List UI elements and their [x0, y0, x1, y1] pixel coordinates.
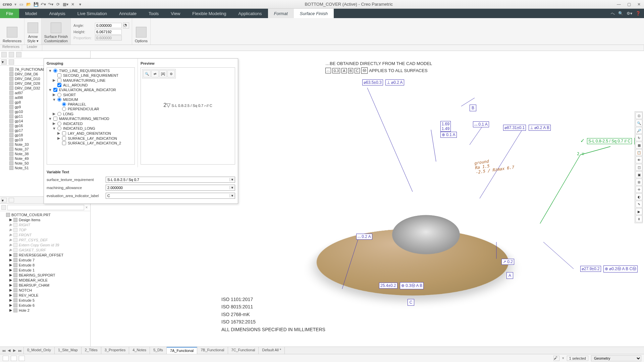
- chevron-down-icon[interactable]: ▼: [229, 194, 235, 197]
- ribbon-surface-finish-customization[interactable]: Surface Finish Customization: [42, 18, 71, 45]
- display-style-icon[interactable]: ▦: [636, 142, 642, 148]
- view-tab[interactable]: 4_Notes: [129, 347, 150, 354]
- view-tab[interactable]: 5_Dfs: [150, 347, 167, 354]
- var-eail-input[interactable]: [106, 193, 229, 198]
- dim-dia63[interactable]: ⌀63.5±0.3 ⊥ ⌀0.2 A: [362, 79, 404, 85]
- tree-node[interactable]: ▶Extrude 7: [0, 257, 90, 262]
- tree-node[interactable]: ▶GASKET_SURF: [0, 247, 90, 252]
- close-win-icon[interactable]: ✕: [69, 1, 76, 8]
- grouping-node[interactable]: ▼MANUFACTURING_METHOD: [48, 116, 134, 121]
- expand-icon[interactable]: ▾: [1, 59, 7, 65]
- datum-b[interactable]: B: [470, 105, 476, 111]
- menu-tools[interactable]: Tools: [143, 9, 165, 18]
- close-icon[interactable]: ✕: [634, 2, 644, 7]
- menu-live-simulation[interactable]: Live Simulation: [71, 9, 113, 18]
- chevron-down-icon[interactable]: ▼: [229, 186, 235, 189]
- height-input[interactable]: [95, 29, 122, 35]
- ribbon-options[interactable]: Options: [132, 18, 151, 45]
- view-tab[interactable]: 2_Titles: [82, 347, 101, 354]
- tree-node[interactable]: ▶MIDBEAR_HOLE: [0, 278, 90, 283]
- tree-view-icon[interactable]: [9, 59, 14, 65]
- tree-node[interactable]: ▶Hole 2: [0, 308, 90, 313]
- view-tab[interactable]: 3_Properties: [101, 347, 129, 354]
- menu-model[interactable]: Model: [19, 9, 43, 18]
- var-str-combo[interactable]: ▼: [106, 177, 235, 183]
- angle-input[interactable]: [95, 23, 122, 28]
- tree-node[interactable]: ▶Extrude 5: [0, 298, 90, 303]
- help-icon[interactable]: ❓: [636, 11, 641, 16]
- menu-surface-finish[interactable]: Surface Finish: [294, 9, 334, 18]
- menu-applications[interactable]: Applications: [232, 9, 268, 18]
- view-tab[interactable]: 0_Model_Only: [24, 347, 55, 354]
- model-tree[interactable]: BOTTOM_COVER.PRT▶Design Items▶RIGHT▶TOP▶…: [0, 211, 90, 347]
- regen-icon[interactable]: ⟳: [55, 1, 61, 8]
- annotation-display-icon[interactable]: ⊞: [636, 179, 642, 185]
- ribbon-references[interactable]: References: [0, 18, 24, 45]
- menu-file[interactable]: File: [0, 9, 19, 18]
- menu-view[interactable]: View: [165, 9, 186, 18]
- dim-dia279[interactable]: ⌀27.9±0.2 ⊕ ⌀0.2Ⓜ A B CⓂ: [580, 265, 638, 273]
- selection-filter-combo[interactable]: Geometry: [591, 355, 641, 361]
- grouping-node[interactable]: SECOND_LINE_REQUIREMENT: [48, 73, 134, 78]
- menu-format[interactable]: Format: [268, 9, 294, 18]
- surface-finish-active[interactable]: ✓ S-L 0.8-2.5 / Sq 0.7 // C C: [580, 137, 641, 144]
- refit-icon[interactable]: ⊡: [636, 112, 642, 119]
- grouping-node[interactable]: ▼INDICATED_LONG: [48, 126, 134, 131]
- zoom-in-icon[interactable]: 🔍: [636, 120, 642, 126]
- tab-first-icon[interactable]: ⏮: [1, 349, 6, 353]
- save-icon[interactable]: 💾: [33, 1, 39, 8]
- grouping-node[interactable]: ▼TWO_LINE_REQUIREMENTS: [48, 68, 134, 73]
- collapse-ribbon-icon[interactable]: へ: [611, 11, 615, 16]
- view-tab[interactable]: Default All *: [259, 347, 285, 354]
- ribbon-arrow-style[interactable]: Arrow Style ▾: [24, 18, 42, 45]
- datum-c[interactable]: C: [408, 299, 414, 306]
- zoom-out-icon[interactable]: 🔎: [636, 127, 642, 134]
- tree-node[interactable]: ▶TOP: [0, 227, 90, 232]
- grouping-node[interactable]: ALL_AROUND: [48, 83, 134, 87]
- tree-node[interactable]: ▶REVERSEGEAR_OFFSET: [0, 252, 90, 257]
- grouping-node[interactable]: ▶LAY_AND_ORIENTATION: [48, 131, 134, 136]
- profile-02a-left[interactable]: ⌓ 0.2 A: [356, 234, 372, 240]
- view-manager-icon[interactable]: 👁: [636, 157, 642, 163]
- tree-node[interactable]: ▶Extern Copy Geom id 39: [0, 242, 90, 247]
- sf-leader-2[interactable]: 2 ▽: [577, 152, 584, 156]
- maximize-icon[interactable]: ▢: [624, 2, 634, 7]
- tree-icon-3[interactable]: [16, 52, 21, 57]
- grouping-node[interactable]: PERPENDICULAR: [48, 107, 134, 111]
- grouping-node[interactable]: ▶MANUFACTURING_LINE: [48, 78, 134, 83]
- runout-02[interactable]: ↗ 0.2: [501, 259, 514, 265]
- tab-last-icon[interactable]: ⏭: [17, 349, 22, 353]
- preview-settings-icon[interactable]: ⚙: [167, 70, 175, 77]
- var-eail-combo[interactable]: ▼: [106, 193, 235, 199]
- tree-node[interactable]: ▶PRT_CSYS_DEF: [0, 237, 90, 242]
- preview-zoom-fit-icon[interactable]: 🔍: [143, 70, 151, 77]
- tree-node[interactable]: ▶REV_HOLE: [0, 293, 90, 298]
- datum-a[interactable]: A: [506, 272, 513, 279]
- menu-annotate[interactable]: Annotate: [113, 9, 143, 18]
- tree-node[interactable]: ▶Design Items: [0, 217, 90, 222]
- datum-display-icon[interactable]: ▣: [636, 171, 642, 178]
- grouping-node[interactable]: SURFACE_LAY_INDICATION_2: [48, 141, 134, 145]
- tree-root[interactable]: BOTTOM_COVER.PRT: [0, 213, 90, 217]
- grouping-node[interactable]: ▶SHORT: [48, 92, 134, 97]
- repaint-icon[interactable]: ↻: [636, 134, 642, 141]
- profile-01a[interactable]: ⌓ 0.1 A: [473, 121, 489, 127]
- status-filter-icon[interactable]: 🖋: [553, 356, 559, 361]
- tab-next-icon[interactable]: ▶: [12, 348, 17, 353]
- tree-node[interactable]: ▶BEARING_SUPPORT: [0, 273, 90, 278]
- settings-icon[interactable]: ⚙▾: [627, 11, 632, 16]
- tree-filter-input[interactable]: [7, 205, 84, 210]
- menu-flexible-modeling[interactable]: Flexible Modeling: [186, 9, 232, 18]
- dim-169-149[interactable]: 1.69 1.49 ⊕ 0.1 A: [421, 116, 457, 142]
- status-icon-1[interactable]: [3, 356, 9, 361]
- new-icon[interactable]: ▭: [18, 1, 24, 8]
- qat-more-icon[interactable]: ▾: [77, 1, 84, 8]
- grouping-node[interactable]: ▶INDICATED: [48, 121, 134, 126]
- view-tab[interactable]: 7C_Functional: [228, 347, 259, 354]
- grouping-node[interactable]: ▶LONG: [48, 111, 134, 116]
- section-icon[interactable]: ◐: [636, 193, 642, 200]
- undo-icon[interactable]: ↶▾: [40, 1, 47, 8]
- dim-254[interactable]: 25.4±0.2 ⊕ 0.3Ⓜ A B: [379, 282, 424, 289]
- tree-node[interactable]: ▶FRONT: [0, 232, 90, 237]
- snapshot-icon[interactable]: ✎: [636, 201, 642, 207]
